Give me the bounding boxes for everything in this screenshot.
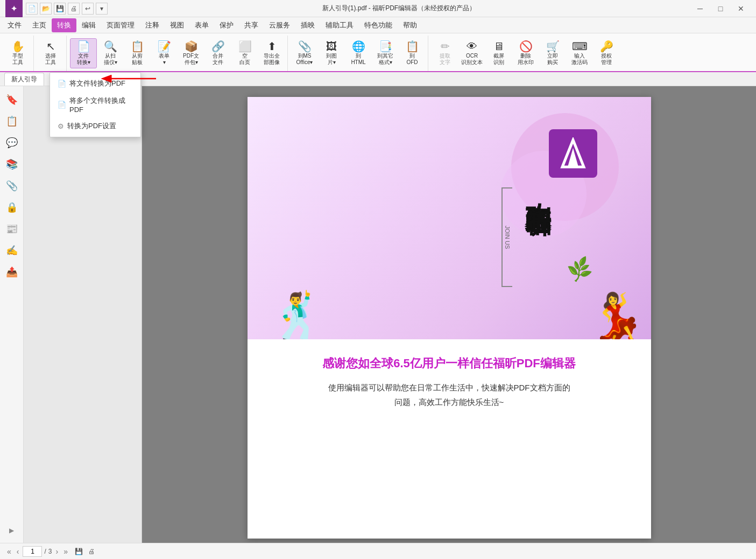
form-icon: 📝: [158, 41, 171, 52]
menu-bar: 文件 主页 转换 编辑 页面管理 注释 视图 表单 保护 共享 云服务 插映 辅…: [0, 17, 756, 33]
sidebar-pages-icon[interactable]: 📋: [3, 112, 21, 130]
to-html-button[interactable]: 🌐 到HTML: [345, 38, 372, 68]
figure-right: 💃: [589, 294, 646, 339]
more-icon[interactable]: ▾: [96, 3, 108, 15]
file-convert-button[interactable]: 📄 文件转换▾: [70, 38, 97, 68]
maximize-button[interactable]: □: [711, 1, 730, 16]
file-convert-icon: 📄: [77, 41, 90, 52]
first-page-button[interactable]: «: [5, 547, 13, 556]
sidebar-article-icon[interactable]: 📰: [3, 220, 21, 238]
buy-icon: 🛒: [546, 41, 560, 52]
clipboard-button[interactable]: 📋 从剪贴板: [124, 38, 151, 68]
menu-form[interactable]: 表单: [189, 18, 214, 32]
menu-share[interactable]: 共享: [239, 18, 264, 32]
title-bar-left: ✦ 📄 📂 💾 🖨 ↩ ▾: [5, 0, 108, 17]
scan-button[interactable]: 🔍 从扫描仪▾: [97, 38, 124, 68]
activate-button[interactable]: ⌨ 输入激活码: [566, 38, 593, 68]
form-button[interactable]: 📝 表单▾: [151, 38, 178, 68]
content-area: 欢迎来到福昕 JOIN US 🌿 🕺 💃 感谢您如全球6.5亿用户一样信任福昕P…: [24, 86, 756, 543]
minimize-button[interactable]: ─: [690, 1, 710, 16]
menu-help[interactable]: 帮助: [398, 18, 422, 32]
menu-assistant[interactable]: 辅助工具: [320, 18, 359, 32]
hand-tool-button[interactable]: ✋ 手型工具: [4, 38, 31, 68]
close-button[interactable]: ✕: [731, 1, 751, 16]
convert-to-pdf-icon: 📄: [58, 80, 66, 88]
remove-watermark-button[interactable]: 🚫 删除用水印: [512, 38, 539, 68]
auth-manage-icon: 🔑: [600, 41, 613, 52]
to-image-button[interactable]: 🖼 到图片▾: [318, 38, 345, 68]
menu-home[interactable]: 主页: [27, 18, 52, 32]
sidebar-attach-icon[interactable]: 📎: [3, 177, 21, 195]
window-controls: ─ □ ✕: [690, 1, 751, 16]
to-office-icon: 📎: [298, 41, 312, 52]
page-navigation: « ‹ / 3 › »: [5, 546, 69, 557]
save-status-icon[interactable]: 💾: [75, 548, 83, 555]
pdf-package-icon: 📦: [185, 41, 198, 52]
leaf-decoration: 🌿: [565, 255, 595, 284]
new-icon[interactable]: 📄: [26, 3, 38, 15]
menu-edit[interactable]: 编辑: [76, 18, 101, 32]
screenshot-ocr-button[interactable]: 🖥 截屏识别: [485, 38, 512, 68]
to-other-button[interactable]: 📑 到其它格式▾: [372, 38, 399, 68]
dropdown-convert-to-pdf[interactable]: 📄 将文件转换为PDF: [50, 75, 140, 92]
sidebar-sign-icon[interactable]: ✍: [3, 241, 21, 260]
extract-text-button[interactable]: ✏ 提取文字: [432, 38, 458, 68]
welcome-text: 欢迎来到福昕: [524, 183, 551, 190]
export-images-button[interactable]: ⬆ 导出全部图像: [258, 38, 285, 68]
extract-text-icon: ✏: [441, 41, 450, 52]
sidebar: 🔖 📋 💬 📚 📎 🔒 📰 ✍ 📤 ▶: [0, 86, 24, 543]
screenshot-ocr-icon: 🖥: [493, 41, 504, 52]
main-layout: 🔖 📋 💬 📚 📎 🔒 📰 ✍ 📤 ▶: [0, 86, 756, 543]
save-icon[interactable]: 💾: [54, 3, 66, 15]
next-page-button[interactable]: ›: [54, 547, 60, 556]
menu-protect[interactable]: 保护: [214, 18, 239, 32]
menu-cloud[interactable]: 云服务: [264, 18, 295, 32]
toolbar-controls: 📄 📂 💾 🖨 ↩ ▾: [26, 3, 108, 15]
dropdown-pdf-settings[interactable]: ⚙ 转换为PDF设置: [50, 117, 140, 135]
to-office-button[interactable]: 📎 到MSOffice▾: [291, 38, 318, 68]
remove-watermark-icon: 🚫: [519, 41, 533, 52]
select-tool-button[interactable]: ↖ 选择工具: [37, 38, 64, 68]
menu-annotation[interactable]: 注释: [140, 18, 165, 32]
blank-page-button[interactable]: ⬜ 空白页: [231, 38, 258, 68]
open-icon[interactable]: 📂: [40, 3, 52, 15]
to-other-icon: 📑: [379, 41, 392, 52]
menu-plugin[interactable]: 插映: [295, 18, 320, 32]
buy-button[interactable]: 🛒 立即购买: [539, 38, 566, 68]
prev-page-button[interactable]: ‹: [15, 547, 21, 556]
pdf-viewer[interactable]: 欢迎来到福昕 JOIN US 🌿 🕺 💃 感谢您如全球6.5亿用户一样信任福昕P…: [142, 86, 756, 543]
menu-convert[interactable]: 转换: [52, 18, 76, 32]
auth-manage-button[interactable]: 🔑 授权管理: [593, 38, 620, 68]
menu-features[interactable]: 特色功能: [359, 18, 398, 32]
last-page-button[interactable]: »: [62, 547, 69, 556]
menu-view[interactable]: 视图: [165, 18, 189, 32]
undo-icon[interactable]: ↩: [82, 3, 94, 15]
toolbar-group-ocr: ✏ 提取文字 👁 OCR识别文本 🖥 截屏识别 🚫 删除用水印 🛒 立即购买 ⌨…: [429, 36, 622, 71]
merge-button[interactable]: 🔗 合并文件: [204, 38, 231, 68]
hand-icon: ✋: [11, 41, 25, 52]
clipboard-icon: 📋: [131, 41, 144, 52]
sidebar-comments-icon[interactable]: 💬: [3, 134, 21, 152]
to-ofd-button[interactable]: 📋 到OFD: [399, 38, 426, 68]
figure-left: 🕺: [269, 294, 326, 339]
title-bar: ✦ 📄 📂 💾 🖨 ↩ ▾ 新人引导(1).pdf - 福昕PDF编辑器（未经授…: [0, 0, 756, 17]
menu-page-manage[interactable]: 页面管理: [101, 18, 140, 32]
page-separator: /: [44, 548, 46, 555]
menu-file[interactable]: 文件: [2, 18, 27, 32]
sidebar-export-icon[interactable]: 📤: [3, 263, 21, 281]
current-page-input[interactable]: [23, 546, 42, 557]
print-status-icon[interactable]: 🖨: [88, 548, 95, 555]
toolbar-group-convert: 📄 文件转换▾ 🔍 从扫描仪▾ 📋 从剪贴板 📝 表单▾ 📦 PDF文件包▾ 🔗…: [68, 36, 288, 71]
tab-document[interactable]: 新人引导: [4, 73, 44, 86]
sidebar-security-icon[interactable]: 🔒: [3, 198, 21, 216]
sidebar-bookmark-icon[interactable]: 🔖: [3, 90, 21, 109]
merge-to-pdf-icon: 📄: [58, 101, 66, 109]
ocr-button[interactable]: 👁 OCR识别文本: [458, 38, 485, 68]
print-icon[interactable]: 🖨: [68, 3, 80, 15]
sidebar-layers-icon[interactable]: 📚: [3, 155, 21, 173]
pdf-logo-svg: [560, 137, 587, 170]
dropdown-merge-to-pdf[interactable]: 📄 将多个文件转换成PDF: [50, 92, 140, 117]
pdf-package-button[interactable]: 📦 PDF文件包▾: [178, 38, 204, 68]
total-pages: 3: [48, 548, 52, 555]
sidebar-expand-button[interactable]: ▶: [9, 527, 14, 534]
